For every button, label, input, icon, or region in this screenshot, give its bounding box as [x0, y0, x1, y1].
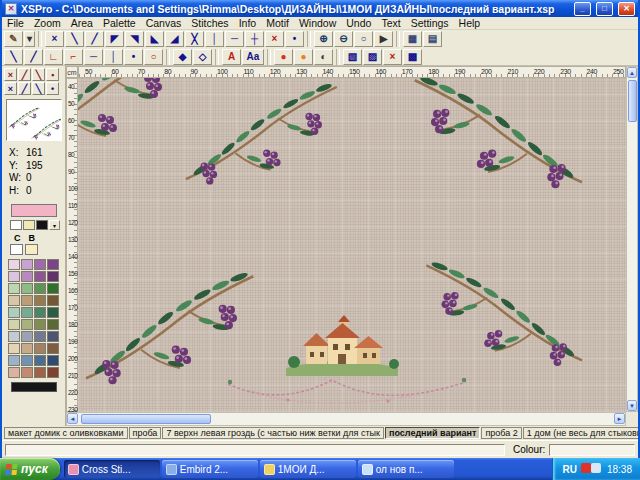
stitch-quarter-bl[interactable]: ◣: [145, 31, 164, 47]
maximize-button[interactable]: □: [596, 2, 613, 16]
start-button[interactable]: пуск: [0, 458, 60, 480]
palette-swatch[interactable]: [21, 271, 33, 282]
palette-swatch[interactable]: [47, 367, 59, 378]
palette-swatch[interactable]: [47, 331, 59, 342]
vertical-scrollbar[interactable]: ▲ ▼: [626, 66, 638, 412]
stitch-half-back[interactable]: ╲: [65, 31, 84, 47]
select-area[interactable]: ▩: [403, 49, 422, 65]
palette-swatch[interactable]: [34, 259, 46, 270]
scroll-down-icon[interactable]: ▼: [627, 400, 637, 411]
stitch-dot[interactable]: •: [285, 31, 304, 47]
palette-swatch[interactable]: [21, 343, 33, 354]
palette-swatch[interactable]: [34, 331, 46, 342]
stitch-quarter-tl[interactable]: ◤: [105, 31, 124, 47]
pattern-tab[interactable]: проба: [129, 427, 162, 439]
pencil-dropdown-arrow[interactable]: ▾: [24, 31, 35, 47]
palette-swatch[interactable]: [21, 259, 33, 270]
grid-toggle[interactable]: ▦: [403, 31, 422, 47]
palette-swatch[interactable]: [8, 307, 20, 318]
palette-swatch[interactable]: [8, 283, 20, 294]
scroll-left-icon[interactable]: ◄: [67, 413, 78, 424]
backstitch-horizontal[interactable]: ─: [84, 49, 103, 65]
cb-swatch[interactable]: [10, 244, 23, 255]
pointer-tool[interactable]: ▶: [374, 31, 393, 47]
palette-swatch[interactable]: [8, 343, 20, 354]
stitch-upright-cross[interactable]: ┼: [245, 31, 264, 47]
palette-swatch[interactable]: [34, 343, 46, 354]
motif-tool-outline[interactable]: ◇: [193, 49, 212, 65]
menu-item-motif[interactable]: Motif: [261, 17, 294, 29]
motif-tool-filled[interactable]: ◆: [173, 49, 192, 65]
pattern-tab[interactable]: 1 дом (не весь для стыковки): [523, 427, 638, 439]
palette-swatch[interactable]: [8, 355, 20, 366]
black-swatch[interactable]: [11, 382, 57, 392]
menu-item-area[interactable]: Area: [66, 17, 98, 29]
palette-mini-swatch[interactable]: [36, 220, 48, 230]
horizontal-scrollbar[interactable]: ◄ ►: [66, 412, 626, 426]
palette-swatch[interactable]: [8, 319, 20, 330]
palette-swatch[interactable]: [47, 271, 59, 282]
side-quarter[interactable]: ▪: [46, 68, 59, 81]
pattern-tab[interactable]: 7 верхн левая гроздь (с частью ниж ветки…: [162, 427, 384, 439]
menu-item-zoom[interactable]: Zoom: [29, 17, 66, 29]
menu-item-undo[interactable]: Undo: [341, 17, 376, 29]
palette-swatch[interactable]: [21, 331, 33, 342]
scroll-up-icon[interactable]: ▲: [627, 67, 637, 78]
rulers-toggle[interactable]: ▤: [423, 31, 442, 47]
side-half-forward[interactable]: ╱: [18, 68, 31, 81]
palette-swatch[interactable]: [47, 259, 59, 270]
side-half-back[interactable]: ╲: [32, 68, 45, 81]
zoom-window[interactable]: ○: [354, 31, 373, 47]
pencil-tool[interactable]: ✎: [4, 31, 23, 47]
scroll-right-icon[interactable]: ►: [614, 413, 625, 424]
stitch-quarter-tr[interactable]: ◥: [125, 31, 144, 47]
backstitch-diag-forward[interactable]: ╱: [24, 49, 43, 65]
backstitch-vertical[interactable]: │: [104, 49, 123, 65]
palette-swatch[interactable]: [34, 271, 46, 282]
taskbar-task[interactable]: 1МОИ Д...: [260, 460, 356, 478]
minimize-button[interactable]: _: [574, 2, 591, 16]
palette-swatch[interactable]: [47, 355, 59, 366]
thread-color-orange[interactable]: ●: [294, 49, 313, 65]
antivirus-tray-icon[interactable]: [581, 463, 591, 473]
palette-swatch[interactable]: [47, 295, 59, 306]
side-back-forward[interactable]: ╱: [18, 82, 31, 95]
stitch-vertical-half[interactable]: │: [205, 31, 224, 47]
taskbar-task[interactable]: Embird 2...: [162, 460, 258, 478]
menu-item-canvas[interactable]: Canvas: [141, 17, 187, 29]
palette-swatch[interactable]: [21, 295, 33, 306]
cb-swatch[interactable]: [25, 244, 38, 255]
side-knot[interactable]: •: [46, 82, 59, 95]
fill-pattern-1[interactable]: ▧: [343, 49, 362, 65]
palette-swatch[interactable]: [47, 307, 59, 318]
delete-stitch[interactable]: ×: [383, 49, 402, 65]
menu-item-file[interactable]: File: [2, 17, 29, 29]
palette-swatch[interactable]: [21, 307, 33, 318]
palette-swatch[interactable]: [21, 367, 33, 378]
backstitch-corner-2[interactable]: ⌐: [64, 49, 83, 65]
palette-swatch[interactable]: [47, 319, 59, 330]
palette-swatch[interactable]: [34, 295, 46, 306]
palette-swatch[interactable]: [21, 283, 33, 294]
palette-swatch[interactable]: [34, 367, 46, 378]
pattern-tab[interactable]: макет домик с оливковками: [4, 427, 128, 439]
side-back-back[interactable]: ╲: [32, 82, 45, 95]
menu-item-settings[interactable]: Settings: [406, 17, 454, 29]
palette-swatch[interactable]: [47, 343, 59, 354]
palette-mini-swatch[interactable]: [23, 220, 35, 230]
pattern-tab[interactable]: проба 2: [481, 427, 521, 439]
bead-tool[interactable]: ○: [144, 49, 163, 65]
text-tool[interactable]: Aa: [242, 49, 264, 65]
horizontal-scroll-thumb[interactable]: [81, 414, 211, 424]
palette-swatch[interactable]: [8, 259, 20, 270]
zoom-in[interactable]: ⊕: [314, 31, 333, 47]
stitch-three-quarter[interactable]: ╳: [185, 31, 204, 47]
side-full-cross[interactable]: ×: [4, 68, 17, 81]
stitch-full-cross[interactable]: ×: [45, 31, 64, 47]
palette-swatch[interactable]: [8, 295, 20, 306]
palette-swatch[interactable]: [47, 283, 59, 294]
palette-dropdown-icon[interactable]: ▾: [49, 220, 60, 230]
pattern-tab[interactable]: последний вариант: [385, 427, 480, 439]
design-canvas[interactable]: [78, 78, 626, 412]
palette-swatch[interactable]: [8, 331, 20, 342]
